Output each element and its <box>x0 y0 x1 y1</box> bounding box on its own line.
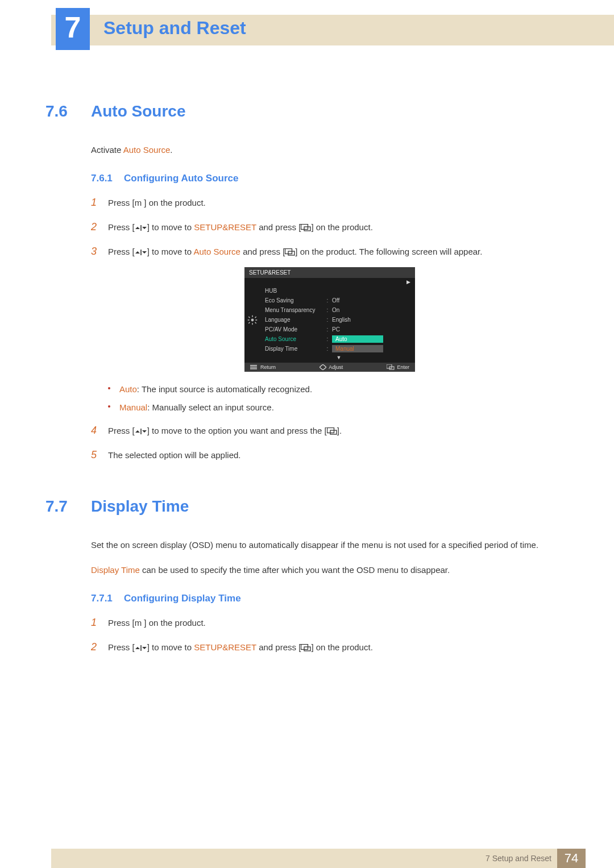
step-2: 2 Press [] to move to SETUP&RESET and pr… <box>91 219 569 235</box>
chapter-number-badge: 7 <box>56 8 90 50</box>
svg-point-6 <box>251 318 254 321</box>
osd-footer-enter: Enter <box>387 364 409 370</box>
intro-highlight: Auto Source <box>123 145 171 155</box>
osd-row-pcav: PC/AV Mode:PC <box>263 325 415 334</box>
enter-icon <box>301 644 311 651</box>
svg-rect-25 <box>304 647 310 651</box>
step-number: 2 <box>91 219 108 235</box>
intro-suffix: . <box>170 145 172 155</box>
step-number: 5 <box>91 447 108 463</box>
svg-rect-15 <box>250 365 257 366</box>
osd-screenshot: SETUP&RESET ▶ HUB Eco Saving:Off Menu Tr… <box>244 267 415 372</box>
svg-rect-11 <box>248 316 250 318</box>
menu-key-icon: m <box>135 618 142 628</box>
osd-footer-adjust: Adjust <box>320 364 343 370</box>
bullet-manual: Manual: Manually select an input source. <box>108 400 569 415</box>
step-text: The selected option will be applied. <box>108 448 569 462</box>
up-down-icon <box>135 248 147 255</box>
osd-up-arrow-icon: ▶ <box>244 278 415 285</box>
step-1: 1 Press [m ] on the product. <box>91 194 569 211</box>
osd-row-auto-source: Auto Source: Auto <box>263 334 415 344</box>
svg-rect-14 <box>255 316 256 318</box>
up-down-icon <box>135 427 147 434</box>
svg-rect-7 <box>252 315 253 317</box>
steps-list-76: 1 Press [m ] on the product. 2 Press [] … <box>91 194 569 259</box>
footer-label: 7 Setup and Reset <box>486 854 551 863</box>
bullet-list-76: Auto: The input source is automatically … <box>108 382 569 414</box>
osd-dropdown-selected: Auto <box>332 335 383 343</box>
svg-rect-17 <box>250 368 257 369</box>
osd-down-arrow-icon: ▼ <box>244 355 415 363</box>
step-text: Press [] to move to the option you want … <box>108 424 569 438</box>
step-text: Press [] to move to SETUP&RESET and pres… <box>108 221 569 234</box>
subsection-title: Configuring Display Time <box>124 593 241 604</box>
step-2: 2 Press [] to move to SETUP&RESET and pr… <box>91 639 569 655</box>
step-1: 1 Press [m ] on the product. <box>91 614 569 631</box>
osd-footer: Return Adjust Enter <box>244 363 415 372</box>
enter-icon <box>327 427 337 435</box>
step-number: 2 <box>91 639 108 655</box>
subsection-number: 7.6.1 <box>91 173 124 184</box>
subsection-7-7-1-heading: 7.7.1 Configuring Display Time <box>91 593 569 604</box>
svg-rect-13 <box>248 322 250 323</box>
up-down-icon <box>135 644 147 651</box>
page-footer: 7 Setup and Reset 74 <box>0 849 614 868</box>
svg-rect-10 <box>255 319 257 321</box>
step-5: 5 The selected option will be applied. <box>91 447 569 463</box>
osd-row-language: Language:English <box>263 315 415 325</box>
enter-icon <box>301 224 311 231</box>
steps-list-77: 1 Press [m ] on the product. 2 Press [] … <box>91 614 569 655</box>
section-77-p1: Set the on screen display (OSD) menu to … <box>91 538 569 552</box>
svg-rect-2 <box>304 227 310 231</box>
section-intro: Activate Auto Source. <box>91 143 569 157</box>
intro-text: Activate <box>91 145 123 155</box>
step-number: 3 <box>91 243 108 260</box>
up-down-icon <box>135 224 147 231</box>
step-number: 1 <box>91 614 108 631</box>
menu-key-icon: m <box>135 198 142 207</box>
osd-row-transparency: Menu Transparency:On <box>263 305 415 315</box>
step-text: Press [] to move to SETUP&RESET and pres… <box>108 641 569 654</box>
step-number: 4 <box>91 422 108 439</box>
steps-list-76b: 4 Press [] to move to the option you wan… <box>91 422 569 463</box>
osd-dropdown-option: Manual <box>332 345 383 352</box>
svg-rect-16 <box>250 367 257 368</box>
page-number: 74 <box>557 849 586 868</box>
step-3: 3 Press [] to move to Auto Source and pr… <box>91 243 569 260</box>
step-number: 1 <box>91 194 108 211</box>
menu-bars-icon <box>250 365 258 369</box>
svg-rect-12 <box>255 322 256 323</box>
enter-icon <box>387 364 395 370</box>
adjust-diamond-icon <box>320 364 326 370</box>
section-number: 7.7 <box>45 497 91 516</box>
svg-rect-8 <box>252 323 253 325</box>
svg-rect-22 <box>330 430 337 434</box>
bullet-auto: Auto: The input source is automatically … <box>108 382 569 397</box>
osd-row-hub: HUB <box>263 286 415 296</box>
section-number: 7.6 <box>45 102 91 121</box>
osd-title: SETUP&RESET <box>244 267 415 278</box>
step-text: Press [] to move to Auto Source and pres… <box>108 245 569 259</box>
osd-row-display-time: Display Time: Manual <box>263 344 415 354</box>
step-4: 4 Press [] to move to the option you wan… <box>91 422 569 439</box>
page-body: 7.6 Auto Source Activate Auto Source. 7.… <box>45 102 569 663</box>
section-7-7-heading: 7.7 Display Time <box>45 497 569 516</box>
section-title: Auto Source <box>91 102 185 121</box>
svg-rect-9 <box>248 319 250 321</box>
section-7-6-heading: 7.6 Auto Source <box>45 102 569 121</box>
enter-icon <box>285 248 295 256</box>
subsection-title: Configuring Auto Source <box>124 173 238 184</box>
gear-icon <box>247 315 258 325</box>
chapter-title: Setup and Reset <box>103 18 246 39</box>
subsection-7-6-1-heading: 7.6.1 Configuring Auto Source <box>91 173 569 184</box>
step-text: Press [m ] on the product. <box>108 616 569 630</box>
osd-row-eco: Eco Saving:Off <box>263 296 415 305</box>
chapter-header: 7 Setup and Reset <box>0 0 614 51</box>
section-title: Display Time <box>91 497 189 516</box>
svg-rect-5 <box>288 251 294 255</box>
section-77-p2: Display Time can be used to specify the … <box>91 563 569 577</box>
subsection-number: 7.7.1 <box>91 593 124 604</box>
step-text: Press [m ] on the product. <box>108 196 569 210</box>
osd-footer-return: Return <box>250 364 276 370</box>
